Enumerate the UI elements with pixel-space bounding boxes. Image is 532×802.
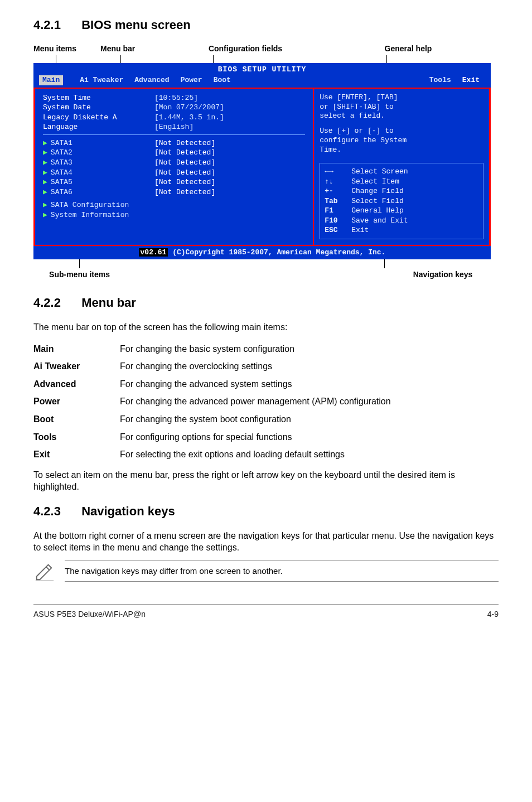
annotation-ticks-top <box>33 55 499 63</box>
divider <box>43 134 305 135</box>
triangle-icon: ▶ <box>43 168 47 177</box>
diagram-bottom-annotations: Sub-menu items Navigation keys <box>33 269 499 280</box>
submenu-system-information[interactable]: System Information <box>51 211 129 219</box>
nav-key: F10 <box>325 216 351 226</box>
row-legacy-diskette-value[interactable]: [1.44M, 3.5 in.] <box>154 113 224 123</box>
heading-text: BIOS menu screen <box>81 18 191 32</box>
sata1-value: [Not Detected] <box>154 138 215 148</box>
row-language-value[interactable]: [English] <box>154 122 194 132</box>
submenu-sata1[interactable]: SATA1 <box>51 139 72 147</box>
bios-screenshot: BIOS SETUP UTILITY Main Ai Tweaker Advan… <box>33 63 491 260</box>
def-desc: For changing the overclocking settings <box>120 357 499 375</box>
heading-number: 4.2.3 <box>33 503 78 520</box>
help-line: select a field. <box>320 112 483 121</box>
row-system-time-label[interactable]: System Time <box>43 93 154 103</box>
def-term: Exit <box>33 446 120 463</box>
menubar-intro: The menu bar on top of the screen has th… <box>33 321 499 334</box>
def-desc: For changing the basic system configurat… <box>120 340 499 358</box>
tab-tools[interactable]: Tools <box>424 75 457 85</box>
submenu-sata4[interactable]: SATA4 <box>51 168 72 177</box>
nav-key: ↑↓ <box>325 177 351 187</box>
sata6-value: [Not Detected] <box>154 187 215 197</box>
tab-ai-tweaker[interactable]: Ai Tweaker <box>74 75 129 85</box>
triangle-icon: ▶ <box>43 178 47 186</box>
triangle-icon: ▶ <box>43 201 47 209</box>
heading-number: 4.2.1 <box>33 17 78 33</box>
help-line: Use [ENTER], [TAB] <box>320 93 483 103</box>
tab-exit[interactable]: Exit <box>457 75 485 85</box>
def-desc: For configuring options for special func… <box>120 428 499 446</box>
triangle-icon: ▶ <box>43 148 47 157</box>
tab-main[interactable]: Main <box>39 75 63 85</box>
nav-key: ESC <box>325 225 351 235</box>
help-line: Time. <box>320 146 483 155</box>
def-term: Tools <box>33 428 120 446</box>
def-term: Boot <box>33 410 120 428</box>
def-desc: For changing the advanced power manageme… <box>120 393 499 410</box>
submenu-sata-configuration[interactable]: SATA Configuration <box>51 201 129 209</box>
def-desc: For changing the advanced system setting… <box>120 375 499 393</box>
def-row: Ai TweakerFor changing the overclocking … <box>33 357 499 375</box>
help-line: Use [+] or [-] to <box>320 127 483 136</box>
nav-key: Tab <box>325 196 351 206</box>
row-legacy-diskette-label[interactable]: Legacy Diskette A <box>43 113 154 123</box>
footer-left: ASUS P5E3 Deluxe/WiFi-AP@n <box>33 609 146 620</box>
def-term: Main <box>33 340 120 358</box>
nav-desc: Change Field <box>351 186 404 196</box>
nav-desc: General Help <box>351 206 404 216</box>
def-term: Ai Tweaker <box>33 357 120 375</box>
submenu-sata5[interactable]: SATA5 <box>51 178 72 186</box>
heading-text: Menu bar <box>81 296 136 310</box>
nav-desc: Exit <box>351 225 369 235</box>
nav-desc: Select Field <box>351 196 404 206</box>
annot-menu-bar: Menu bar <box>100 44 173 54</box>
submenu-sata3[interactable]: SATA3 <box>51 158 72 167</box>
page-footer: ASUS P5E3 Deluxe/WiFi-AP@n 4-9 <box>33 604 499 620</box>
nav-key: +- <box>325 186 351 196</box>
bios-title: BIOS SETUP UTILITY <box>33 63 491 75</box>
heading-text: Navigation keys <box>81 504 175 518</box>
bios-right-pane: Use [ENTER], [TAB] or [SHIFT-TAB] to sel… <box>314 89 489 245</box>
row-system-date-value[interactable]: [Mon 07/23/2007] <box>154 103 224 113</box>
nav-key-legend: ←→Select Screen ↑↓Select Item +-Change F… <box>320 163 483 239</box>
tab-advanced[interactable]: Advanced <box>129 75 175 85</box>
row-language-label[interactable]: Language <box>43 122 154 132</box>
sata5-value: [Not Detected] <box>154 177 215 187</box>
def-row: ToolsFor configuring options for special… <box>33 428 499 446</box>
def-row: AdvancedFor changing the advanced system… <box>33 375 499 393</box>
submenu-sata6[interactable]: SATA6 <box>51 188 72 196</box>
def-term: Advanced <box>33 375 120 393</box>
menubar-outro: To select an item on the menu bar, press… <box>33 469 499 493</box>
note-block: The navigation keys may differ from one … <box>33 561 499 582</box>
bios-footer: v02.61 (C)Copyright 1985-2007, American … <box>33 246 491 260</box>
nav-desc: Save and Exit <box>351 216 408 226</box>
heading-navigation-keys: 4.2.3 Navigation keys <box>33 503 499 520</box>
tab-power[interactable]: Power <box>175 75 208 85</box>
def-term: Power <box>33 393 120 410</box>
help-line: configure the System <box>320 136 483 146</box>
bios-version: v02.61 <box>139 248 168 257</box>
nav-desc: Select Screen <box>351 167 408 177</box>
note-text: The navigation keys may differ from one … <box>65 561 499 581</box>
annotation-ticks-bottom <box>33 259 499 268</box>
annot-submenu-items: Sub-menu items <box>33 269 125 280</box>
diagram-top-annotations: Menu items Menu bar Configuration fields… <box>33 44 499 54</box>
nav-key: ←→ <box>325 167 351 177</box>
bios-menubar: Main Ai Tweaker Advanced Power Boot Tool… <box>33 74 491 88</box>
def-row: MainFor changing the basic system config… <box>33 340 499 358</box>
tab-boot[interactable]: Boot <box>208 75 236 85</box>
heading-number: 4.2.2 <box>33 294 78 311</box>
heading-bios-menu-screen: 4.2.1 BIOS menu screen <box>33 17 499 33</box>
nav-key: F1 <box>325 206 351 216</box>
submenu-sata2[interactable]: SATA2 <box>51 148 72 157</box>
menubar-definitions: MainFor changing the basic system config… <box>33 340 499 463</box>
navkeys-body: At the bottom right corner of a menu scr… <box>33 530 499 554</box>
row-system-time-value[interactable]: [10:55:25] <box>154 93 198 103</box>
heading-menu-bar: 4.2.2 Menu bar <box>33 294 499 311</box>
bios-copyright: (C)Copyright 1985-2007, American Megatre… <box>168 248 385 257</box>
def-desc: For selecting the exit options and loadi… <box>120 446 499 463</box>
sata2-value: [Not Detected] <box>154 148 215 158</box>
pencil-icon <box>33 561 55 582</box>
context-help: Use [ENTER], [TAB] or [SHIFT-TAB] to sel… <box>320 93 483 155</box>
row-system-date-label[interactable]: System Date <box>43 103 154 113</box>
